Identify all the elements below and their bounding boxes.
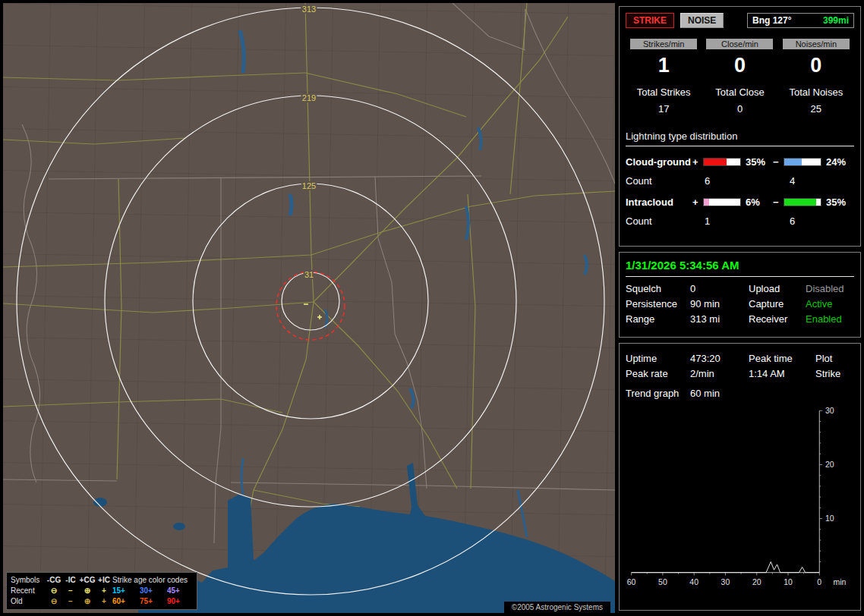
total-strikes-label: Total Strikes	[626, 86, 702, 98]
svg-text:10: 10	[825, 514, 834, 523]
trend-graph-label-row: Trend graph 60 min	[626, 388, 854, 399]
cg-plus-bar-fill	[704, 159, 727, 165]
cg-plus-count: 6	[692, 175, 771, 187]
capture-value: Active	[806, 297, 854, 312]
svg-text:50: 50	[658, 578, 667, 586]
receiver-label: Receiver	[749, 312, 806, 327]
map-view: 313 219 125 31 Symbols -CG -IC +CG +IC S…	[3, 3, 615, 613]
svg-text:20: 20	[825, 460, 834, 469]
old-pos-ic-icon: +	[96, 596, 112, 607]
age-45-label: 45+	[167, 586, 194, 596]
uptime-value: 473:20	[690, 351, 749, 366]
ic-minus-pct: 35%	[823, 196, 854, 208]
plot-label: Plot	[815, 351, 854, 366]
sidebar: STRIKE NOISE Bng 127° 399mi Strikes/min …	[619, 6, 861, 611]
peak-rate-label: Peak rate	[626, 366, 690, 382]
ic-count-label: Count	[626, 215, 692, 227]
ic-plus-pct: 6%	[743, 196, 773, 208]
legend-age-header: Strike age color codes	[112, 575, 194, 586]
cg-minus-bar-fill	[784, 159, 802, 165]
ic-minus-count: 6	[771, 215, 854, 227]
cg-plus-pct: 35%	[743, 156, 773, 168]
age-15-label: 15+	[112, 586, 140, 596]
intracloud-count-row: Count 1 6	[626, 215, 854, 227]
range-ring-label-219: 219	[302, 93, 316, 102]
upload-value: Disabled	[806, 281, 854, 297]
legend-symbols-header: Symbols	[11, 575, 46, 586]
stats-panel: STRIKE NOISE Bng 127° 399mi Strikes/min …	[619, 6, 861, 247]
peak-time-label: Peak time	[749, 351, 815, 366]
legend-col-neg-ic: -IC	[62, 575, 79, 586]
noise-button[interactable]: NOISE	[680, 13, 724, 28]
legend-recent-label: Recent	[11, 586, 46, 596]
total-noises-value: 25	[778, 103, 854, 115]
strikes-per-min-chip[interactable]: Strikes/min	[630, 39, 697, 49]
distribution-title: Lightning type distribution	[626, 130, 854, 146]
plus-sign: +	[692, 156, 703, 168]
svg-text:20: 20	[752, 578, 762, 586]
persistence-label: Persistence	[626, 297, 690, 312]
range-value: 313 mi	[690, 312, 749, 327]
legend-col-neg-cg: -CG	[46, 575, 62, 586]
svg-text:40: 40	[689, 578, 698, 586]
trend-panel: Uptime 473:20 Peak time Plot Peak rate 2…	[619, 343, 861, 611]
old-neg-ic-icon: −	[62, 596, 79, 607]
bearing-distance-display: Bng 127° 399mi	[747, 13, 854, 28]
legend-old-label: Old	[11, 596, 46, 607]
recent-pos-cg-icon: ⊕	[79, 586, 96, 596]
receiver-value: Enabled	[806, 312, 854, 327]
total-noises-label: Total Noises	[778, 86, 854, 98]
total-close-value: 0	[702, 103, 777, 115]
ic-plus-bar-fill	[704, 199, 709, 206]
svg-text:30: 30	[825, 407, 834, 415]
copyright-notice: ©2005 Astrogenic Systems	[504, 602, 610, 613]
noises-per-min-chip[interactable]: Noises/min	[783, 39, 850, 49]
age-90-label: 90+	[167, 596, 194, 607]
age-75-label: 75+	[140, 596, 167, 607]
range-ring-label-125: 125	[302, 181, 316, 190]
cloud-ground-label: Cloud-ground	[626, 156, 692, 168]
datetime-display: 1/31/2026 5:34:56 AM	[626, 257, 854, 275]
legend-recent-row: Recent ⊖ − ⊕ + 15+ 30+ 45+	[11, 586, 193, 596]
trend-graph-plot: 1020306050403020100min	[626, 401, 854, 590]
minus-sign: −	[773, 156, 784, 168]
cg-minus-pct: 24%	[823, 156, 854, 168]
intracloud-label: Intracloud	[626, 196, 692, 208]
rate-grid: Strikes/min Close/min Noises/min 1 0 0 T…	[626, 39, 854, 115]
old-neg-cg-icon: ⊖	[46, 596, 62, 607]
close-per-min-value: 0	[702, 54, 777, 77]
total-close-label: Total Close	[702, 86, 777, 98]
old-pos-cg-icon: ⊕	[79, 596, 96, 607]
cg-count-label: Count	[626, 175, 692, 187]
recent-neg-cg-icon: ⊖	[46, 586, 62, 596]
status-grid: Squelch 0 Upload Disabled Persistence 90…	[626, 281, 854, 327]
legend-col-pos-ic: +IC	[96, 575, 112, 586]
plot-value[interactable]: Strike	[815, 366, 854, 382]
map-legend: Symbols -CG -IC +CG +IC Strike age color…	[6, 572, 197, 610]
separator	[626, 276, 854, 277]
legend-col-pos-cg: +CG	[79, 575, 96, 586]
cg-minus-bar	[784, 158, 821, 166]
peak-time-value: 1:14 AM	[749, 366, 815, 382]
map-canvas[interactable]: 313 219 125 31	[3, 3, 615, 613]
capture-label: Capture	[749, 297, 806, 312]
upload-label: Upload	[749, 281, 806, 297]
cg-plus-bar	[703, 158, 741, 166]
strikes-per-min-value: 1	[626, 54, 702, 77]
svg-text:60: 60	[627, 578, 636, 586]
trend-graph-label: Trend graph	[626, 388, 690, 399]
svg-text:min: min	[834, 578, 847, 586]
cloud-ground-count-row: Count 6 4	[626, 175, 854, 187]
range-ring-label-31: 31	[304, 270, 314, 279]
persistence-value: 90 min	[690, 297, 749, 312]
ic-plus-bar	[703, 198, 741, 206]
legend-old-row: Old ⊖ − ⊕ + 60+ 75+ 90+	[11, 596, 193, 607]
cloud-ground-row: Cloud-ground + 35% − 24%	[626, 156, 854, 168]
squelch-label: Squelch	[626, 281, 690, 297]
ic-minus-bar	[784, 198, 821, 206]
trend-info-grid: Uptime 473:20 Peak time Plot Peak rate 2…	[626, 351, 854, 382]
strike-button[interactable]: STRIKE	[626, 13, 674, 28]
close-per-min-chip[interactable]: Close/min	[706, 39, 773, 49]
peak-rate-value: 2/min	[690, 366, 749, 382]
minus-sign: −	[773, 196, 784, 208]
